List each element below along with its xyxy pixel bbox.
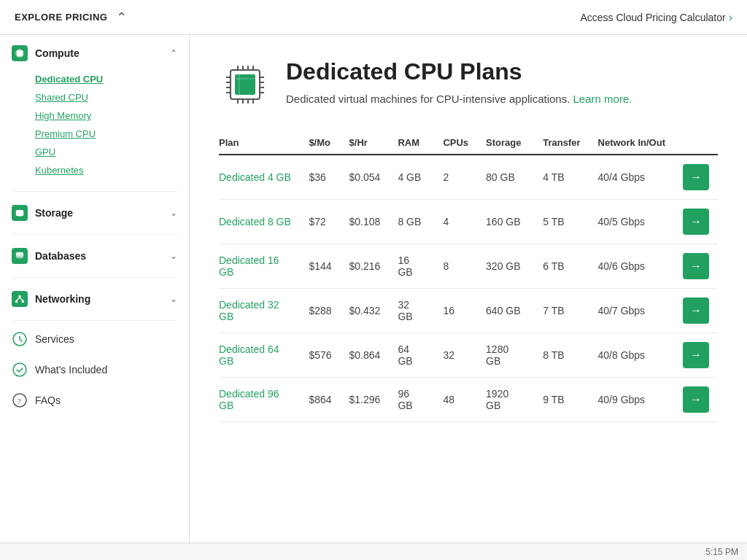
select-plan-button[interactable]: → <box>683 342 709 368</box>
collapse-icon[interactable]: ⌃ <box>116 9 127 26</box>
databases-icon <box>12 248 28 264</box>
select-plan-button[interactable]: → <box>683 298 709 324</box>
col-cpus: CPUs <box>434 131 477 155</box>
sidebar-section-compute: Compute ⌃ Dedicated CPU Shared CPU High … <box>0 35 189 188</box>
col-storage: Storage <box>477 131 534 155</box>
top-bar: EXPLORE PRICING ⌃ Access Cloud Pricing C… <box>0 0 747 35</box>
cell-ram: 8 GB <box>389 200 434 244</box>
sidebar-item-high-memory[interactable]: High Memory <box>35 106 189 125</box>
table-row: Dedicated 32 GB $288 $0.432 32 GB 16 640… <box>219 289 718 333</box>
select-plan-button[interactable]: → <box>683 386 709 413</box>
link-arrow-icon: › <box>729 11 732 24</box>
svg-rect-4 <box>20 56 21 58</box>
col-mo: $/Mo <box>300 131 340 155</box>
cell-transfer: 7 TB <box>534 289 589 333</box>
plan-link[interactable]: Dedicated 16 GB <box>219 254 279 278</box>
cell-action: → <box>674 333 718 378</box>
select-plan-button[interactable]: → <box>683 164 709 190</box>
sidebar-item-kubernetes[interactable]: Kubernetes <box>35 161 189 179</box>
cell-mo: $36 <box>300 155 340 200</box>
sidebar-category-networking[interactable]: Networking ⌄ <box>0 284 189 314</box>
faqs-label: FAQs <box>35 394 61 406</box>
cell-ram: 96 GB <box>389 378 434 422</box>
svg-rect-3 <box>18 56 19 58</box>
cell-plan: Dedicated 96 GB <box>219 378 300 422</box>
cell-cpus: 48 <box>434 378 477 422</box>
cell-hr: $0.432 <box>341 289 390 333</box>
sidebar-section-networking: Networking ⌄ <box>0 281 189 317</box>
cell-storage: 640 GB <box>477 289 534 333</box>
cell-hr: $0.108 <box>341 200 390 244</box>
sidebar-item-services[interactable]: Services <box>0 324 189 354</box>
page-description: Dedicated virtual machines for CPU-inten… <box>286 91 632 108</box>
cell-action: → <box>674 289 718 333</box>
sidebar-item-faqs[interactable]: ? FAQs <box>0 385 189 416</box>
cell-action: → <box>674 244 718 289</box>
select-plan-button[interactable]: → <box>683 253 709 279</box>
col-transfer: Transfer <box>534 131 589 155</box>
cell-ram: 16 GB <box>389 244 434 289</box>
storage-icon <box>12 205 28 221</box>
cell-hr: $1.296 <box>341 378 390 422</box>
plan-link[interactable]: Dedicated 32 GB <box>219 299 279 322</box>
cell-action: → <box>674 200 718 244</box>
cell-plan: Dedicated 16 GB <box>219 244 300 289</box>
cell-network: 40/9 Gbps <box>589 378 674 422</box>
sidebar-category-databases[interactable]: Databases ⌄ <box>0 241 189 271</box>
col-ram: RAM <box>389 131 434 155</box>
whats-included-icon <box>12 362 28 378</box>
table-row: Dedicated 4 GB $36 $0.054 4 GB 2 80 GB 4… <box>219 155 718 200</box>
compute-chevron-icon: ⌃ <box>170 48 177 58</box>
table-row: Dedicated 8 GB $72 $0.108 8 GB 4 160 GB … <box>219 200 718 244</box>
explore-pricing-title: EXPLORE PRICING <box>15 12 107 23</box>
sidebar-item-dedicated-cpu[interactable]: Dedicated CPU <box>35 70 189 88</box>
table-row: Dedicated 64 GB $576 $0.864 64 GB 32 128… <box>219 333 718 378</box>
plan-link[interactable]: Dedicated 4 GB <box>219 171 291 183</box>
svg-line-17 <box>20 298 23 300</box>
page-header: Dedicated CPU Plans Dedicated virtual ma… <box>219 58 718 111</box>
sidebar-item-whats-included[interactable]: What's Included <box>0 354 189 385</box>
sidebar-item-premium-cpu[interactable]: Premium CPU <box>35 125 189 143</box>
plan-link[interactable]: Dedicated 8 GB <box>219 216 291 228</box>
compute-icon <box>12 45 28 61</box>
cell-network: 40/6 Gbps <box>589 244 674 289</box>
svg-point-19 <box>13 363 26 376</box>
select-plan-button[interactable]: → <box>683 209 709 235</box>
sidebar-item-gpu[interactable]: GPU <box>35 143 189 161</box>
dedicated-cpu-icon <box>219 58 271 111</box>
cell-transfer: 4 TB <box>534 155 589 200</box>
learn-more-link[interactable]: Learn more. <box>573 93 632 105</box>
plan-link[interactable]: Dedicated 64 GB <box>219 343 279 367</box>
cell-ram: 64 GB <box>389 333 434 378</box>
svg-line-16 <box>17 298 20 300</box>
sidebar-category-compute[interactable]: Compute ⌃ <box>0 38 189 69</box>
svg-point-13 <box>18 295 21 298</box>
cell-hr: $0.864 <box>341 333 390 378</box>
compute-sub-items: Dedicated CPU Shared CPU High Memory Pre… <box>0 69 189 185</box>
sidebar-section-databases: Databases ⌄ <box>0 238 189 274</box>
sidebar: Compute ⌃ Dedicated CPU Shared CPU High … <box>0 35 190 542</box>
cell-cpus: 16 <box>434 289 477 333</box>
svg-rect-7 <box>23 52 24 52</box>
services-label: Services <box>35 333 74 345</box>
databases-label: Databases <box>35 250 86 262</box>
cell-plan: Dedicated 32 GB <box>219 289 300 333</box>
cell-network: 40/5 Gbps <box>589 200 674 244</box>
networking-chevron-icon: ⌄ <box>170 294 177 304</box>
col-network: Network In/Out <box>589 131 674 155</box>
cell-plan: Dedicated 64 GB <box>219 333 300 378</box>
cell-mo: $144 <box>300 244 340 289</box>
cell-cpus: 32 <box>434 333 477 378</box>
pricing-calculator-link[interactable]: Access Cloud Pricing Calculator › <box>580 11 732 24</box>
sidebar-category-storage[interactable]: Storage ⌄ <box>0 198 189 228</box>
services-icon <box>12 331 28 347</box>
cell-transfer: 8 TB <box>534 333 589 378</box>
plan-link[interactable]: Dedicated 96 GB <box>219 388 279 411</box>
svg-point-15 <box>22 300 25 303</box>
sidebar-item-shared-cpu[interactable]: Shared CPU <box>35 88 189 106</box>
cell-action: → <box>674 155 718 200</box>
cell-ram: 4 GB <box>389 155 434 200</box>
storage-chevron-icon: ⌄ <box>170 208 177 218</box>
pricing-table: Plan $/Mo $/Hr RAM CPUs Storage Transfer… <box>219 131 718 422</box>
whats-included-label: What's Included <box>35 364 107 376</box>
